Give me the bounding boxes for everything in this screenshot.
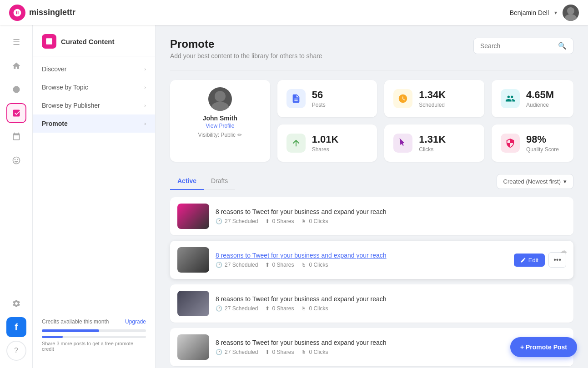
sidebar-item-menu[interactable]: ☰	[6, 32, 26, 52]
search-input[interactable]	[480, 42, 554, 50]
tab-drafts[interactable]: Drafts	[204, 173, 235, 190]
chevron-down-icon[interactable]: ▾	[554, 10, 557, 16]
topnav-right: Benjamin Dell ▾	[510, 5, 579, 21]
search-box[interactable]: 🔍	[473, 38, 573, 54]
audience-icon	[501, 89, 520, 108]
svg-point-1	[565, 14, 577, 21]
audience-value: 4.65M	[526, 89, 554, 101]
svg-point-3	[211, 102, 229, 111]
sidebar-item-facebook[interactable]: f	[6, 317, 26, 337]
promote-post-button[interactable]: + Promote Post	[510, 337, 577, 357]
meta-clicks: 🖱 0 Clicks	[301, 349, 328, 355]
posts-value: 56	[312, 89, 326, 101]
content-meta: 🕐 27 Scheduled ⬆ 0 Shares 🖱 0 Clicks	[216, 218, 566, 224]
edit-button[interactable]: Edit	[514, 254, 545, 267]
posts-icon	[286, 89, 306, 108]
sort-chevron-icon: ▾	[563, 178, 567, 185]
clicks-value: 1.31K	[419, 134, 446, 145]
content-area: Promote Add your best content to the lib…	[156, 25, 588, 368]
edit-icon[interactable]: ✏	[237, 132, 242, 138]
content-info: 8 reasons to Tweet for your business and…	[216, 208, 566, 224]
logo-icon	[9, 5, 25, 21]
content-actions: Edit •••	[514, 252, 566, 268]
chevron-right-icon: ›	[144, 66, 146, 72]
mini-progress-bar	[42, 336, 146, 338]
scheduled-value: 1.34K	[419, 89, 446, 101]
profile-card: John Smith View Profile Visibility: Publ…	[170, 80, 270, 162]
sidebar-item-curated[interactable]	[6, 103, 26, 123]
clicks-label: Clicks	[419, 146, 446, 153]
list-item: 8 reasons to Tweet for your business and…	[170, 241, 573, 279]
content-thumbnail	[177, 204, 209, 229]
content-info: 8 reasons to Tweet for your business and…	[216, 295, 566, 312]
content-thumbnail	[177, 247, 209, 273]
meta-scheduled: 🕐 27 Scheduled	[216, 262, 258, 268]
second-sidebar: Curated Content Discover › Browse by Top…	[33, 25, 156, 368]
scheduled-icon	[393, 89, 412, 108]
sidebar-item-discover[interactable]: Discover ›	[33, 60, 155, 78]
cloud-icon: ☁	[560, 246, 567, 255]
quality-value: 98%	[526, 134, 559, 145]
credits-progress-bar	[42, 329, 146, 332]
sidebar-item-analytics[interactable]	[6, 150, 26, 170]
stat-card-scheduled: 1.34K Scheduled	[384, 80, 484, 117]
sidebar-item-home[interactable]	[6, 56, 26, 76]
audience-label: Audience	[526, 102, 554, 108]
tabs-row: Active Drafts Created (Newest first) ▾	[170, 173, 573, 190]
sort-label: Created (Newest first)	[503, 178, 561, 185]
stat-info-posts: 56 Posts	[312, 89, 326, 108]
shares-icon	[286, 134, 306, 153]
list-item: 8 reasons to Tweet for your business and…	[170, 284, 573, 323]
cursor-icon: 🖱	[301, 262, 307, 268]
sidebar-item-settings[interactable]	[6, 293, 26, 313]
quality-label: Quality Score	[526, 146, 559, 153]
avatar[interactable]	[563, 5, 579, 21]
content-info: 8 reasons to Tweet for your business and…	[216, 252, 508, 268]
content-title-link[interactable]: 8 reasons to Tweet for your business and…	[216, 252, 508, 259]
sidebar-item-browse-by-topic[interactable]: Browse by Topic ›	[33, 78, 155, 96]
meta-scheduled: 🕐 27 Scheduled	[216, 349, 258, 355]
chevron-right-icon: ›	[144, 103, 146, 108]
clicks-icon	[393, 134, 412, 153]
sidebar-item-drop[interactable]	[6, 80, 26, 99]
meta-clicks: 🖱 0 Clicks	[301, 305, 328, 312]
shares-label: Shares	[312, 146, 339, 153]
content-thumbnail	[177, 291, 209, 316]
sidebar-bottom: f ?	[6, 293, 26, 361]
scheduled-label: Scheduled	[419, 102, 446, 108]
meta-scheduled: 🕐 27 Scheduled	[216, 218, 258, 224]
share-icon: ⬆	[265, 305, 270, 312]
sidebar-item-promote[interactable]: Promote ›	[33, 114, 155, 133]
sidebar-item-browse-by-publisher[interactable]: Browse by Publisher ›	[33, 96, 155, 114]
meta-scheduled: 🕐 27 Scheduled	[216, 305, 258, 312]
sidebar-item-calendar[interactable]	[6, 127, 26, 147]
content-meta: 🕐 27 Scheduled ⬆ 0 Shares 🖱 0 Clicks	[216, 262, 508, 268]
logo[interactable]: missinglettr	[9, 5, 75, 21]
clock-icon: 🕐	[216, 305, 222, 312]
share-icon: ⬆	[265, 218, 270, 224]
stat-card-shares: 1.01K Shares	[277, 124, 377, 162]
clock-icon: 🕐	[216, 218, 222, 224]
stat-info-clicks: 1.31K Clicks	[419, 134, 446, 153]
credits-bar-fill	[42, 329, 99, 332]
tabs: Active Drafts	[170, 173, 235, 190]
share-credits-text: Share 3 more posts to get a free promote…	[42, 341, 146, 352]
meta-shares: ⬆ 0 Shares	[265, 262, 294, 268]
tab-active[interactable]: Active	[170, 173, 204, 190]
upgrade-link[interactable]: Upgrade	[125, 318, 146, 325]
sidebar-item-help[interactable]: ?	[6, 341, 26, 361]
user-name: Benjamin Dell	[510, 9, 549, 16]
content-title: 8 reasons to Tweet for your business and…	[216, 295, 566, 303]
sort-dropdown[interactable]: Created (Newest first) ▾	[497, 174, 573, 189]
list-item: 8 reasons to Tweet for your business and…	[170, 197, 573, 235]
stat-card-audience: 4.65M Audience	[492, 80, 573, 117]
left-sidebar: ☰ f ?	[0, 25, 33, 368]
profile-name: John Smith	[203, 114, 237, 122]
quality-icon	[501, 134, 520, 153]
stat-card-quality: 98% Quality Score	[492, 124, 573, 162]
stat-info-scheduled: 1.34K Scheduled	[419, 89, 446, 108]
view-profile-link[interactable]: View Profile	[206, 123, 234, 129]
content-title: 8 reasons to Tweet for your business and…	[216, 208, 566, 215]
cursor-icon: 🖱	[301, 349, 307, 355]
mini-bar-fill	[42, 336, 63, 338]
